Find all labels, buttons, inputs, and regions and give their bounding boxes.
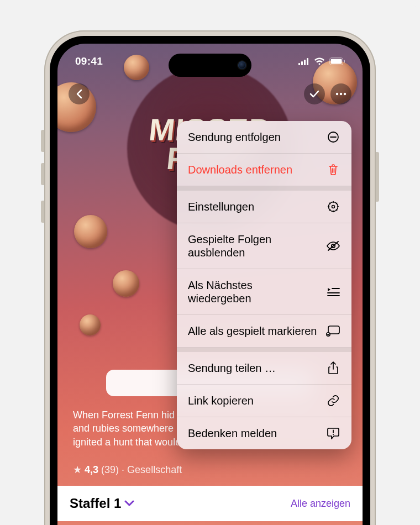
menu-label: Gespielte Folgen ausblenden bbox=[188, 233, 318, 259]
svg-rect-5 bbox=[331, 59, 342, 64]
menu-separator bbox=[177, 348, 351, 352]
rating-category: Gesellschaft bbox=[127, 464, 182, 475]
menu-item-unfollow[interactable]: Sendung entfolgen bbox=[177, 121, 351, 154]
menu-label: Link kopieren bbox=[188, 394, 318, 407]
star-icon: ★ bbox=[73, 464, 82, 475]
menu-label: Bedenken melden bbox=[188, 427, 318, 440]
mark-played-icon bbox=[326, 326, 340, 337]
menu-label: Einstellungen bbox=[188, 200, 318, 213]
screen: MISSED FORT 09:41 bbox=[57, 44, 363, 525]
phone-bezel: MISSED FORT 09:41 bbox=[50, 36, 370, 525]
svg-point-30 bbox=[333, 434, 334, 435]
unfollow-icon bbox=[326, 131, 340, 143]
svg-rect-3 bbox=[307, 58, 308, 65]
share-icon bbox=[326, 361, 340, 375]
battery-icon bbox=[329, 57, 345, 65]
dynamic-island bbox=[169, 54, 251, 77]
menu-label: Als Nächstes wiedergeben bbox=[188, 279, 318, 305]
link-icon bbox=[326, 394, 340, 407]
svg-rect-1 bbox=[301, 61, 303, 65]
queue-icon bbox=[326, 287, 340, 297]
wifi-icon bbox=[314, 57, 325, 65]
svg-line-21 bbox=[329, 209, 330, 210]
svg-point-8 bbox=[340, 93, 342, 95]
menu-item-report[interactable]: Bedenken melden bbox=[177, 417, 351, 449]
more-context-menu: Sendung entfolgen Downloads entfernen Ei… bbox=[177, 121, 351, 449]
menu-label: Sendung entfolgen bbox=[188, 130, 318, 144]
svg-line-19 bbox=[336, 209, 337, 210]
menu-item-remove-downloads[interactable]: Downloads entfernen bbox=[177, 154, 351, 186]
svg-line-20 bbox=[336, 203, 337, 203]
status-time: 09:41 bbox=[75, 55, 103, 67]
followed-check-button[interactable] bbox=[304, 83, 325, 104]
menu-label: Downloads entfernen bbox=[188, 163, 318, 176]
cellular-icon bbox=[298, 58, 309, 65]
menu-separator bbox=[177, 186, 351, 191]
season-picker[interactable]: Staffel 1 bbox=[70, 496, 134, 511]
eye-slash-icon bbox=[326, 240, 340, 251]
svg-rect-2 bbox=[304, 60, 306, 65]
see-all-link[interactable]: Alle anzeigen bbox=[291, 498, 350, 510]
menu-item-hide-played[interactable]: Gespielte Folgen ausblenden bbox=[177, 223, 351, 269]
svg-line-18 bbox=[329, 203, 330, 203]
menu-label: Alle als gespielt markieren bbox=[188, 324, 318, 338]
front-camera-icon bbox=[238, 61, 246, 69]
rating-value: 4,3 bbox=[85, 464, 98, 475]
nav-bar bbox=[57, 83, 363, 104]
podcast-meta: ★ 4,3 (39) · Gesellschaft bbox=[73, 464, 347, 476]
menu-item-settings[interactable]: Einstellungen bbox=[177, 191, 351, 223]
svg-rect-0 bbox=[298, 63, 300, 65]
menu-item-copy-link[interactable]: Link kopieren bbox=[177, 385, 351, 417]
back-button[interactable] bbox=[69, 83, 90, 104]
menu-item-mark-all-played[interactable]: Alle als gespielt markieren bbox=[177, 315, 351, 348]
svg-rect-27 bbox=[328, 326, 339, 334]
menu-item-share[interactable]: Sendung teilen … bbox=[177, 352, 351, 385]
menu-item-play-next[interactable]: Als Nächstes wiedergeben bbox=[177, 269, 351, 315]
menu-label: Sendung teilen … bbox=[188, 361, 318, 375]
gear-icon bbox=[326, 201, 340, 213]
svg-point-7 bbox=[336, 93, 338, 95]
svg-point-9 bbox=[344, 93, 346, 95]
trash-icon bbox=[326, 164, 340, 176]
rating-count: (39) bbox=[101, 464, 119, 475]
svg-point-13 bbox=[332, 206, 335, 208]
svg-rect-6 bbox=[344, 60, 345, 63]
chevron-down-icon bbox=[124, 500, 134, 507]
more-button[interactable] bbox=[330, 83, 351, 104]
season-title: Staffel 1 bbox=[70, 496, 121, 511]
status-indicators bbox=[298, 57, 345, 65]
phone-frame: MISSED FORT 09:41 bbox=[44, 30, 376, 525]
report-icon bbox=[326, 427, 340, 439]
season-header: Staffel 1 Alle anzeigen bbox=[57, 486, 363, 521]
